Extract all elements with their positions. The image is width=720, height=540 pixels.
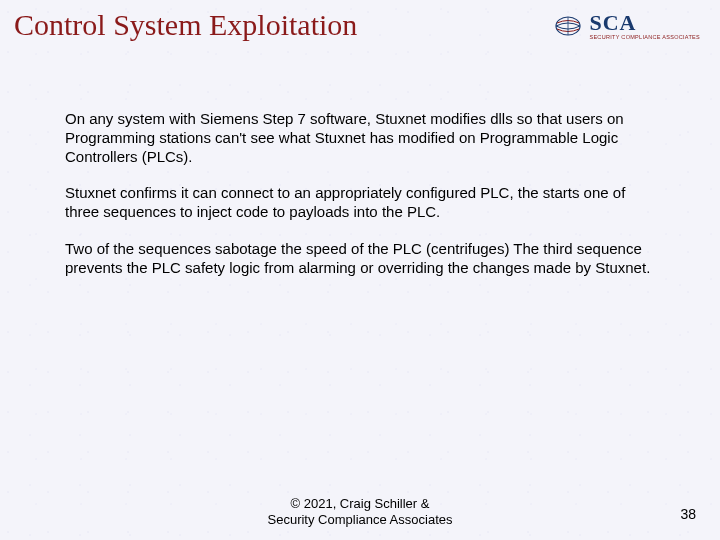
footer-line-2: Security Compliance Associates	[268, 512, 453, 527]
slide-content: On any system with Siemens Step 7 softwa…	[65, 110, 655, 295]
logo-text: SCA SECURITY COMPLIANCE ASSOCIATES	[589, 12, 700, 41]
footer-line-1: © 2021, Craig Schiller &	[291, 496, 430, 511]
logo: SCA SECURITY COMPLIANCE ASSOCIATES	[553, 12, 700, 41]
paragraph-2: Stuxnet confirms it can connect to an ap…	[65, 184, 655, 222]
footer: © 2021, Craig Schiller & Security Compli…	[0, 496, 720, 529]
slide-title: Control System Exploitation	[14, 8, 357, 42]
logo-main-text: SCA	[589, 12, 700, 34]
page-number: 38	[680, 506, 696, 522]
logo-sub-text: SECURITY COMPLIANCE ASSOCIATES	[589, 35, 700, 41]
globe-icon	[553, 14, 583, 38]
paragraph-3: Two of the sequences sabotage the speed …	[65, 240, 655, 278]
paragraph-1: On any system with Siemens Step 7 softwa…	[65, 110, 655, 166]
